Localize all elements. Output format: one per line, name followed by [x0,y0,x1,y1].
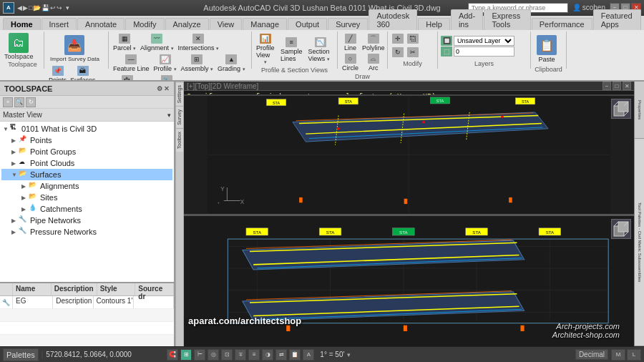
layer-state-select[interactable]: Unsaved Layer State [454,36,514,46]
cmd-restore-btn[interactable]: − [602,82,611,90]
tab-annotate[interactable]: Annotate [77,18,125,30]
qat-save[interactable]: 💾 [42,4,49,11]
tree-item-civil3d[interactable]: ▼ 🏗 0101 What is Civil 3D [1,123,172,134]
layout-btn[interactable]: L [627,349,641,361]
rotate-btn[interactable]: ↻ [391,47,405,59]
tab-survey[interactable]: Survey [328,18,368,30]
svg-point-12 [422,121,425,124]
svg-text:STA: STA [326,230,335,235]
polar-btn[interactable]: ◎ [208,349,219,361]
annovis-btn[interactable]: A [303,349,314,361]
lineweight-btn[interactable]: ≡ [248,349,260,361]
circle-btn[interactable]: ○Circle [341,53,360,72]
model-btn[interactable]: M [611,349,625,361]
tab-perf[interactable]: Performance [532,18,592,30]
tab-modify[interactable]: Modify [125,18,164,30]
qat-icon-2[interactable]: ▶ [23,4,28,11]
view-cube-top[interactable] [611,99,631,119]
osnap-btn[interactable]: ⊡ [221,349,233,361]
properties-tab[interactable]: Properties [635,82,644,139]
tree-item-point-groups[interactable]: ▶ 📂 Point Groups [1,146,172,157]
view-cube-bottom[interactable] [611,219,631,239]
qat-open[interactable]: 📂 [33,4,41,11]
cmd-close-btn[interactable]: ✕ [623,82,631,90]
polyline-btn[interactable]: ⌒Polyline [361,33,386,52]
parcel-btn[interactable]: ▦ Parcel ▾ [112,33,137,52]
snap-btn[interactable]: 🧲 [167,349,178,361]
tab-insert[interactable]: Insert [42,18,77,30]
ts-filter-btn[interactable]: 🔍 [14,97,24,107]
profile-btn[interactable]: 📈 Profile ▾ [152,54,178,73]
tab-a360[interactable]: Autodesk 360 [369,9,417,30]
qat-undo[interactable]: ↩ [50,4,56,11]
tree-item-point-clouds[interactable]: ▶ ☁ Point Clouds [1,157,172,169]
qat-new[interactable]: □ [29,4,32,11]
arc-btn[interactable]: ⌓Arc [361,53,386,72]
feature-line-btn[interactable]: — Feature Line [112,54,151,73]
intersections-btn[interactable]: ✕ Intersections ▾ [177,33,221,52]
settings-tab[interactable]: Settings [176,82,183,106]
paste-btn[interactable]: 📋 Paste [534,33,560,65]
tab-express[interactable]: Express Tools [484,9,530,30]
tree-item-alignments[interactable]: ▶ 📂 Alignments [1,180,172,192]
surfaces-btn[interactable]: 🏔 Surfaces [69,65,97,80]
toolspace-settings-icon[interactable]: ⚙ [157,85,162,92]
otrack-btn[interactable]: ∓ [235,349,246,361]
tab-help[interactable]: Help [418,18,450,30]
cmd-max-btn[interactable]: □ [613,82,621,90]
tree-item-pipe-networks[interactable]: ▶ 🔧 Pipe Networks [1,215,172,226]
grid-btn[interactable]: ⊞ [180,349,192,361]
table-row[interactable]: 🔧 EG Description Contours 1' [0,296,174,309]
dynin-btn[interactable]: ⇄ [275,349,287,361]
corridor-btn[interactable]: 🛣 Corridor ▾ [112,74,142,80]
pipe-network-btn[interactable]: 🔧 Pipe Network ▾ [144,74,190,80]
ts-new-btn[interactable]: + [3,97,13,107]
grading-btn[interactable]: ▲ Grading ▾ [216,54,247,73]
copy-btn[interactable]: ⿻ [406,33,420,46]
qat-more[interactable]: ▾ [66,4,69,11]
tab-analyze[interactable]: Analyze [165,18,209,30]
qat-redo[interactable]: ↪ [57,4,62,11]
tree-item-sites[interactable]: ▶ 📂 Sites [1,192,172,203]
alignment-btn[interactable]: 〰 Alignment ▾ [139,33,175,52]
line-btn[interactable]: ╱Line [341,33,360,52]
qprops-btn[interactable]: 📋 [289,349,301,361]
tab-view[interactable]: View [210,18,243,30]
tree-item-surfaces[interactable]: ▼ 📂 Surfaces [1,169,172,180]
profile-view-btn[interactable]: 📊 Profile View ▾ [255,33,276,66]
scale-dropdown[interactable]: ▾ [347,351,351,358]
master-view-dropdown[interactable]: ▾ [167,112,171,119]
tree-item-pressure-networks[interactable]: ▶ 🔧 Pressure Networks [1,226,172,238]
move-btn[interactable]: ✛ [391,33,405,46]
palettes-button[interactable]: Palettes [3,348,39,361]
status-icons: 🧲 ⊞ ⊢ ◎ ⊡ ∓ ≡ ◑ ⇄ 📋 A [167,349,314,361]
tree-label-catchments: Catchments [40,205,82,213]
tab-manage[interactable]: Manage [243,18,287,30]
toolspace-close-icon[interactable]: ✕ [164,85,170,92]
svg-text:X: X [240,199,245,205]
ts-refresh-btn[interactable]: ↻ [26,97,36,107]
units-select[interactable]: Decimal [575,349,608,360]
survey-tab[interactable]: Survey [176,106,183,128]
tab-home[interactable]: Home [3,18,41,30]
sample-lines-btn[interactable]: ≡ Sample Lines [279,36,304,63]
layer-input[interactable] [454,47,514,57]
tab-addins[interactable]: Add-ins [451,9,484,30]
assembly-btn[interactable]: ⊞ Assembly ▾ [180,54,215,73]
points-btn[interactable]: 📌 Points [47,65,68,80]
tree-item-points[interactable]: ▶ 📌 Points [1,134,172,146]
qat-icon-1[interactable]: ◀ [17,4,22,11]
transparency-btn[interactable]: ◑ [262,349,273,361]
svg-rect-68 [520,326,524,331]
tool-palettes-tab[interactable]: Tool Palettes - Civil Metric Subassembli… [635,139,644,346]
ortho-btn[interactable]: ⊢ [194,349,205,361]
trim-btn[interactable]: ✂ [406,47,420,59]
toolspace-btn[interactable]: 🗂 Toolspace [4,33,34,60]
section-views-btn[interactable]: 📉 Section Views ▾ [307,36,335,63]
toolbox-tab[interactable]: Toolbox [176,128,183,152]
tab-output[interactable]: Output [288,18,327,30]
tab-featured[interactable]: Featured Apps [593,9,641,30]
tree-item-catchments[interactable]: ▶ 💧 Catchments [1,203,172,215]
viewport-top[interactable]: STA STA STA STA Y X [184,96,634,216]
import-survey-btn[interactable]: 📥 Import Survey Data [47,33,102,64]
